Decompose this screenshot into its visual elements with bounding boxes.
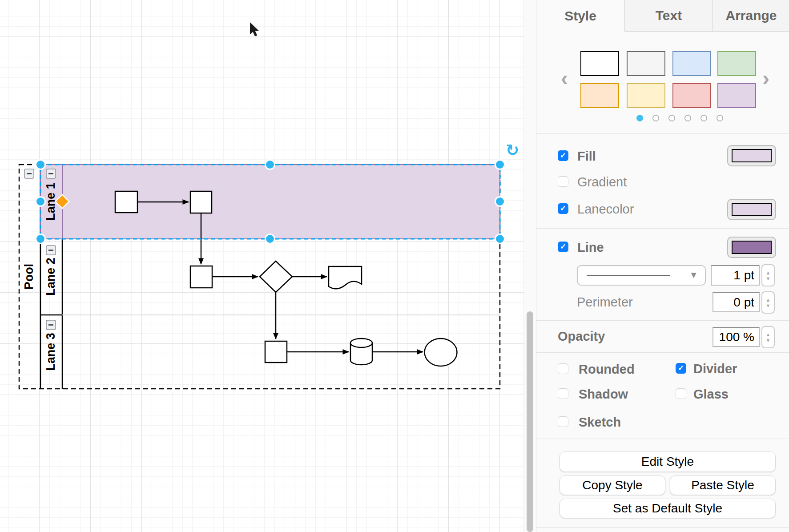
- resize-handle-ne[interactable]: [495, 160, 505, 169]
- diagram-layer: Pool Lane 1 Lane 2 Lane 3: [0, 0, 523, 532]
- presets-next-arrow-icon[interactable]: ›: [762, 68, 769, 89]
- rounded-checkbox[interactable]: ✓: [558, 363, 568, 374]
- lane1-shape[interactable]: [40, 165, 500, 239]
- drawio-app: Pool Lane 1 Lane 2 Lane 3: [0, 0, 789, 532]
- fill-color-button[interactable]: [727, 145, 776, 166]
- mouse-cursor-icon: [250, 22, 259, 36]
- lane2-collapse-button[interactable]: [46, 246, 56, 255]
- process-box-3[interactable]: [190, 266, 212, 288]
- pager-dot[interactable]: [668, 115, 675, 121]
- stepper-down-icon[interactable]: ▼: [766, 276, 771, 281]
- lanecolor-color-button[interactable]: [727, 199, 776, 220]
- copy-style-button[interactable]: Copy Style: [560, 476, 665, 495]
- process-box-4[interactable]: [265, 341, 287, 363]
- preset-swatch-white[interactable]: [580, 51, 619, 76]
- format-panel: Style Text Arrange ‹ › ✓ Fill: [536, 0, 789, 532]
- line-color-button[interactable]: [727, 237, 776, 258]
- resize-handle-w[interactable]: [36, 197, 45, 206]
- pager-dot[interactable]: [652, 115, 659, 121]
- divider-checkbox[interactable]: ✓: [676, 363, 686, 374]
- resize-handle-e[interactable]: [495, 197, 505, 206]
- process-box-1[interactable]: [115, 191, 137, 213]
- opacity-label: Opacity: [558, 330, 605, 343]
- process-box-2[interactable]: [190, 191, 212, 213]
- set-default-style-button[interactable]: Set as Default Style: [560, 499, 776, 518]
- tab-style[interactable]: Style: [536, 0, 624, 32]
- rotate-handle-icon[interactable]: ↻: [506, 141, 519, 159]
- line-style-dropdown[interactable]: ▼: [577, 265, 706, 286]
- stepper-down-icon[interactable]: ▼: [766, 303, 771, 308]
- perimeter-label: Perimeter: [577, 295, 633, 309]
- lane2-label: Lane 2: [44, 258, 57, 296]
- tab-arrange[interactable]: Arrange: [713, 0, 789, 32]
- presets-prev-arrow-icon[interactable]: ‹: [561, 68, 568, 89]
- opacity-stepper[interactable]: ▲ ▼: [761, 326, 775, 348]
- document-shape[interactable]: [329, 266, 362, 289]
- preset-swatch-yellow[interactable]: [627, 83, 665, 108]
- line-style-sample: [587, 275, 670, 276]
- dropdown-arrow-icon: ▼: [689, 270, 698, 280]
- preset-pager: [636, 115, 723, 121]
- decision-diamond[interactable]: [260, 261, 292, 292]
- sketch-checkbox[interactable]: ✓: [558, 416, 568, 427]
- paste-style-button[interactable]: Paste Style: [670, 476, 776, 495]
- opacity-input[interactable]: [713, 327, 760, 347]
- line-width-input[interactable]: [711, 265, 760, 286]
- database-cylinder[interactable]: [350, 339, 372, 365]
- glass-label: Glass: [693, 387, 729, 401]
- diagram-canvas[interactable]: Pool Lane 1 Lane 2 Lane 3: [0, 0, 523, 532]
- pager-dot[interactable]: [636, 115, 643, 121]
- stepper-up-icon[interactable]: ▲: [766, 270, 771, 275]
- gradient-label: Gradient: [577, 175, 627, 189]
- pager-dot[interactable]: [700, 115, 707, 121]
- sketch-label: Sketch: [579, 415, 621, 429]
- lanecolor-checkbox[interactable]: ✓: [558, 203, 568, 214]
- resize-handle-s[interactable]: [266, 234, 275, 244]
- pool-label: Pool: [22, 264, 36, 290]
- stepper-up-icon[interactable]: ▲: [766, 298, 771, 302]
- stepper-down-icon[interactable]: ▼: [766, 338, 771, 343]
- shadow-label: Shadow: [579, 387, 628, 401]
- pager-dot[interactable]: [684, 115, 691, 121]
- preset-swatch-green[interactable]: [717, 51, 756, 76]
- rounded-label: Rounded: [579, 363, 635, 376]
- check-icon: ✓: [558, 242, 568, 251]
- fill-label: Fill: [577, 149, 596, 163]
- shadow-checkbox[interactable]: ✓: [558, 388, 568, 399]
- format-tabbar: Style Text Arrange: [536, 0, 789, 32]
- lane3-collapse-button[interactable]: [46, 320, 56, 330]
- gradient-checkbox[interactable]: ✓: [558, 176, 568, 187]
- scrollbar-thumb[interactable]: [527, 311, 533, 532]
- lanecolor-label: Lanecolor: [577, 202, 634, 216]
- edit-style-button[interactable]: Edit Style: [560, 451, 776, 472]
- tab-text[interactable]: Text: [624, 0, 713, 32]
- resize-handle-n[interactable]: [266, 160, 275, 169]
- pager-dot[interactable]: [717, 115, 723, 121]
- preset-swatch-gray[interactable]: [627, 51, 665, 76]
- check-icon: ✓: [676, 363, 686, 373]
- lane1-collapse-button[interactable]: [46, 169, 56, 178]
- preset-swatch-purple[interactable]: [717, 83, 756, 108]
- preset-swatch-blue[interactable]: [672, 51, 711, 76]
- stepper-up-icon[interactable]: ▲: [766, 332, 771, 337]
- resize-handle-se[interactable]: [495, 234, 505, 244]
- preset-swatch-orange[interactable]: [580, 83, 619, 108]
- preset-swatch-red[interactable]: [672, 83, 711, 108]
- pool-collapse-button[interactable]: [24, 169, 34, 178]
- fill-color-swatch: [732, 149, 772, 162]
- resize-handle-sw[interactable]: [36, 234, 45, 244]
- resize-handle-nw[interactable]: [36, 160, 45, 169]
- lane3-label: Lane 3: [44, 333, 57, 371]
- line-color-swatch: [732, 241, 772, 254]
- glass-checkbox[interactable]: ✓: [676, 388, 686, 399]
- terminator-ellipse[interactable]: [425, 339, 457, 366]
- canvas-vertical-scrollbar[interactable]: [523, 0, 536, 532]
- divider-label: Divider: [693, 362, 737, 375]
- line-width-stepper[interactable]: ▲ ▼: [761, 264, 775, 286]
- line-label: Line: [577, 241, 604, 254]
- line-checkbox[interactable]: ✓: [558, 242, 568, 252]
- lanecolor-color-swatch: [732, 203, 772, 216]
- fill-checkbox[interactable]: ✓: [558, 150, 568, 161]
- perimeter-input[interactable]: [713, 292, 760, 312]
- perimeter-stepper[interactable]: ▲ ▼: [761, 291, 775, 314]
